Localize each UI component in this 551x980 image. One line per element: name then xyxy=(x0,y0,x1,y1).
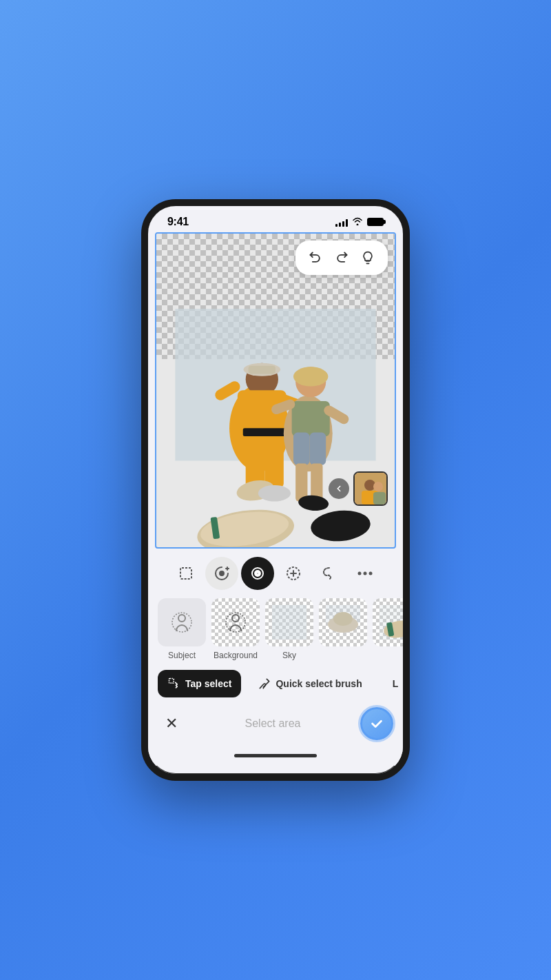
photo-thumbnail[interactable] xyxy=(353,471,388,506)
add-select-button[interactable] xyxy=(277,557,310,590)
sky-icon-box xyxy=(265,598,313,646)
svg-rect-32 xyxy=(373,492,386,504)
tap-select-button[interactable]: Tap select xyxy=(158,670,241,697)
svg-rect-12 xyxy=(243,428,289,436)
subject-label: Subject xyxy=(168,651,196,660)
svg-point-27 xyxy=(309,508,371,543)
brush-select-button[interactable] xyxy=(241,557,274,590)
sky-option[interactable]: Sky xyxy=(265,598,313,660)
svg-point-15 xyxy=(293,367,328,386)
rect-select-button[interactable] xyxy=(169,557,202,590)
background-option[interactable]: Background xyxy=(211,598,260,660)
more-button[interactable] xyxy=(349,557,382,590)
svg-rect-33 xyxy=(180,568,191,579)
selection-options: Subject Background xyxy=(148,593,403,666)
chevron-left-button[interactable] xyxy=(329,478,349,499)
svg-rect-4 xyxy=(249,365,276,374)
status-icons xyxy=(335,216,384,227)
panel-toggle xyxy=(329,471,388,506)
sky-label: Sky xyxy=(282,651,296,660)
redo-button[interactable] xyxy=(330,246,353,269)
bottom-toolbar: Subject Background xyxy=(148,549,403,766)
svg-point-31 xyxy=(373,482,383,491)
quick-select-brush-button[interactable]: Quick select brush xyxy=(248,670,371,697)
svg-rect-20 xyxy=(310,432,326,465)
lasso-select-button[interactable] xyxy=(313,557,346,590)
battery-icon xyxy=(367,218,384,226)
canvas-area[interactable] xyxy=(155,232,396,549)
svg-rect-8 xyxy=(246,433,265,488)
svg-rect-21 xyxy=(295,463,307,501)
floating-toolbar xyxy=(295,241,388,275)
svg-point-49 xyxy=(333,612,353,626)
svg-point-44 xyxy=(232,615,239,622)
background-label: Background xyxy=(214,651,258,660)
lasso-button[interactable]: Lasso xyxy=(379,670,398,697)
brush-mode-row: Tap select Quick select brush Lasso xyxy=(148,666,403,702)
subject-option[interactable]: Subject xyxy=(158,598,206,660)
home-indicator xyxy=(234,754,317,757)
svg-rect-19 xyxy=(293,432,310,465)
svg-rect-9 xyxy=(264,433,284,488)
svg-point-39 xyxy=(358,572,362,575)
svg-point-11 xyxy=(258,484,291,501)
svg-point-34 xyxy=(220,571,224,575)
signal-icon xyxy=(335,217,348,227)
tap-select-label: Tap select xyxy=(185,678,231,689)
svg-point-42 xyxy=(178,615,185,622)
magic-select-button[interactable] xyxy=(205,557,238,590)
quick-select-brush-label: Quick select brush xyxy=(276,678,362,689)
tool-row xyxy=(148,554,403,593)
svg-rect-46 xyxy=(272,605,306,640)
phone-content: Subject Background xyxy=(148,232,403,766)
action-row: ✕ Select area xyxy=(148,702,403,751)
wifi-icon xyxy=(352,216,363,227)
lasso-label: Lasso xyxy=(393,678,398,689)
status-time: 9:41 xyxy=(167,216,189,228)
confirm-button[interactable] xyxy=(360,707,393,740)
status-bar: 9:41 xyxy=(148,206,403,232)
svg-point-37 xyxy=(257,573,259,575)
option4-icon-box xyxy=(319,598,367,646)
svg-point-40 xyxy=(364,572,367,575)
subject-icon-box xyxy=(158,598,206,646)
option4-option[interactable] xyxy=(319,598,367,660)
select-area-label: Select area xyxy=(185,717,360,730)
undo-button[interactable] xyxy=(304,246,327,269)
svg-rect-16 xyxy=(292,400,330,436)
close-button[interactable]: ✕ xyxy=(158,710,185,737)
option5-option[interactable] xyxy=(373,598,403,660)
background-icon-box xyxy=(211,598,260,646)
hint-button[interactable] xyxy=(356,246,380,269)
svg-point-41 xyxy=(369,572,373,575)
option5-icon-box xyxy=(373,598,403,646)
svg-rect-53 xyxy=(169,679,174,684)
phone-frame: 9:41 xyxy=(141,199,410,781)
